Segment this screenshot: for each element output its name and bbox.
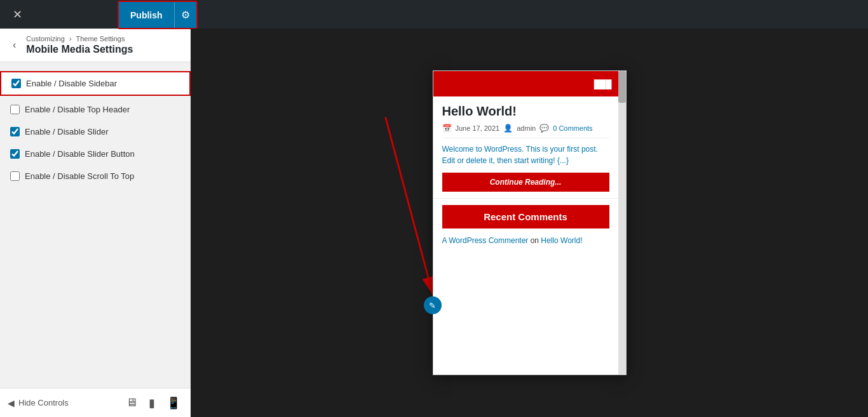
comment-on: on — [531, 236, 541, 245]
pencil-icon: ✎ — [429, 301, 436, 310]
checkbox-enable-scroll-top[interactable] — [10, 171, 20, 181]
preview-post: Hello World! 📅 June 17, 2021 👤 admin 💬 0… — [433, 96, 618, 199]
comment-post-link: Hello World! — [541, 236, 582, 245]
svg-line-1 — [386, 117, 433, 295]
continue-reading-button[interactable]: Continue Reading... — [442, 173, 609, 192]
breadcrumb-part1: Customizing — [26, 35, 65, 43]
comment-icon: 💬 — [539, 124, 549, 133]
recent-comments-header: Recent Comments — [442, 205, 609, 228]
settings-button[interactable]: ⚙ — [174, 2, 196, 28]
main-layout: ‹ Customizing › Theme Settings Mobile Me… — [0, 29, 868, 417]
preview-area: ███ Hello World! 📅 June 17, 2021 👤 admin… — [191, 29, 868, 417]
checkbox-enable-top-header[interactable] — [10, 105, 20, 114]
checkbox-enable-slider[interactable] — [10, 127, 20, 136]
option-enable-scroll-top[interactable]: Enable / Disable Scroll To Top — [0, 165, 191, 187]
desktop-view-button[interactable]: 🖥 — [123, 394, 140, 413]
preview-comments: Recent Comments A WordPress Commenter on… — [433, 199, 618, 253]
options-list: Enable / Disable Sidebar Enable / Disabl… — [0, 62, 191, 388]
publish-button[interactable]: Publish — [119, 2, 174, 28]
bottom-bar: ◀ Hide Controls 🖥 ▮ 📱 — [0, 388, 191, 417]
checkbox-enable-slider-button[interactable] — [10, 149, 20, 159]
scrollbar-thumb — [618, 71, 626, 103]
option-enable-slider-button[interactable]: Enable / Disable Slider Button — [0, 143, 191, 165]
preview-top-bar: ███ — [433, 71, 618, 96]
close-button[interactable]: ✕ — [8, 5, 27, 24]
commenter-name: A WordPress Commenter — [442, 236, 529, 245]
sidebar: ‹ Customizing › Theme Settings Mobile Me… — [0, 29, 191, 417]
page-title: Mobile Media Settings — [26, 44, 182, 55]
breadcrumb-separator: › — [69, 35, 72, 43]
preview-scrollbar[interactable] — [618, 71, 626, 374]
preview-wrapper: ███ Hello World! 📅 June 17, 2021 👤 admin… — [433, 70, 627, 375]
device-icons: 🖥 ▮ 📱 — [123, 394, 183, 413]
desktop-icon: 🖥 — [126, 396, 137, 409]
post-excerpt: Welcome to WordPress. This is your first… — [442, 143, 609, 166]
calendar-icon: 📅 — [442, 124, 452, 133]
mobile-view-button[interactable]: 📱 — [164, 394, 183, 413]
publish-area: Publish ⚙ — [118, 1, 198, 29]
option-label-scroll-top: Enable / Disable Scroll To Top — [25, 171, 134, 181]
preview-edit-button[interactable]: ✎ — [424, 296, 442, 314]
post-title: Hello World! — [442, 104, 609, 119]
post-date: June 17, 2021 — [456, 124, 500, 132]
comment-entry: A WordPress Commenter on Hello World! — [442, 235, 609, 247]
option-label-slider-button: Enable / Disable Slider Button — [25, 149, 135, 159]
breadcrumb: Customizing › Theme Settings — [26, 35, 182, 43]
option-enable-sidebar[interactable]: Enable / Disable Sidebar — [0, 71, 191, 96]
back-button[interactable]: ‹ — [9, 38, 20, 52]
post-meta: 📅 June 17, 2021 👤 admin 💬 0 Comments — [442, 124, 609, 138]
option-label-sidebar: Enable / Disable Sidebar — [26, 79, 117, 88]
breadcrumb-part2: Theme Settings — [76, 35, 125, 43]
tablet-icon: ▮ — [149, 397, 155, 409]
option-label-slider: Enable / Disable Slider — [25, 127, 109, 136]
option-label-top-header: Enable / Disable Top Header — [25, 105, 130, 114]
post-author: admin — [517, 124, 536, 132]
close-icon: ✕ — [13, 8, 22, 21]
mobile-icon: 📱 — [166, 397, 180, 409]
post-comments: 0 Comments — [553, 124, 592, 132]
sidebar-header: ‹ Customizing › Theme Settings Mobile Me… — [0, 29, 191, 62]
user-icon: 👤 — [503, 124, 513, 133]
hide-controls-icon: ◀ — [8, 398, 15, 408]
breadcrumb-area: Customizing › Theme Settings Mobile Medi… — [26, 35, 182, 55]
tablet-view-button[interactable]: ▮ — [146, 394, 158, 413]
hide-controls-button[interactable]: ◀ Hide Controls — [8, 398, 69, 408]
top-bar: ✕ Publish ⚙ — [0, 0, 868, 29]
checkbox-enable-sidebar[interactable] — [11, 79, 21, 88]
gear-icon: ⚙ — [181, 9, 190, 21]
hide-controls-label: Hide Controls — [18, 398, 69, 407]
top-bar-label: ███ — [594, 79, 612, 89]
preview-frame: ███ Hello World! 📅 June 17, 2021 👤 admin… — [433, 70, 627, 375]
option-enable-slider[interactable]: Enable / Disable Slider — [0, 121, 191, 143]
option-enable-top-header[interactable]: Enable / Disable Top Header — [0, 98, 191, 121]
